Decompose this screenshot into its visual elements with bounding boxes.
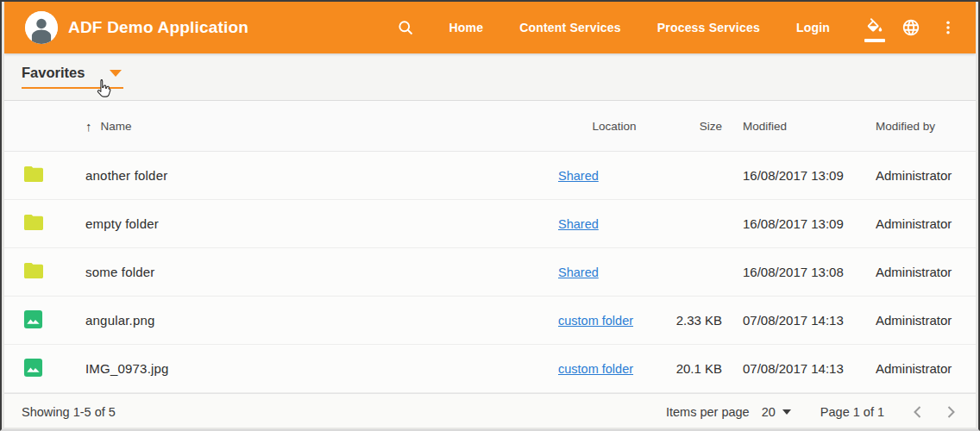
showing-count-label: Showing 1-5 of 5 [22, 405, 116, 419]
column-header-location[interactable]: Location [558, 120, 670, 133]
table-row[interactable]: another folder Shared 16/08/2017 13:09 A… [4, 152, 976, 200]
folder-icon [23, 165, 44, 184]
location-link[interactable]: custom folder [558, 362, 633, 376]
adf-app: ADF Demo Application Home Content Servic… [4, 2, 976, 428]
table-row[interactable]: IMG_0973.jpg custom folder 20.1 KB 07/08… [4, 345, 976, 393]
nav-login[interactable]: Login [778, 12, 848, 43]
location-link[interactable]: custom folder [558, 314, 633, 328]
screenshot-frame: ADF Demo Application Home Content Servic… [0, 0, 980, 431]
location-link[interactable]: Shared [558, 265, 599, 279]
file-name: empty folder [85, 216, 558, 231]
language-icon[interactable] [898, 15, 924, 41]
file-name: another folder [85, 168, 558, 183]
file-size: 2.33 KB [670, 313, 722, 328]
page-indicator: Page 1 of 1 [820, 405, 884, 419]
view-toolbar: Favorites [4, 53, 976, 101]
items-per-page-select[interactable]: 20 [762, 405, 791, 419]
person-icon [25, 11, 58, 44]
color-fill-icon[interactable] [862, 15, 888, 41]
documents-table: ↑ Name Location Size Modified Modified b… [4, 101, 976, 393]
file-name: IMG_0973.jpg [85, 361, 558, 376]
next-page-icon[interactable] [940, 403, 962, 421]
chevron-down-icon [782, 409, 791, 415]
image-icon [23, 309, 43, 329]
table-row[interactable]: empty folder Shared 16/08/2017 13:09 Adm… [4, 200, 976, 248]
modified-by: Administrator [860, 265, 958, 279]
folder-icon [23, 165, 44, 184]
column-header-name[interactable]: ↑ Name [85, 119, 558, 134]
favorites-label: Favorites [22, 65, 85, 81]
column-header-size[interactable]: Size [670, 120, 722, 133]
table-body: another folder Shared 16/08/2017 13:09 A… [4, 152, 976, 393]
location-link[interactable]: Shared [558, 217, 599, 231]
modified-date: 16/08/2017 13:08 [722, 265, 860, 279]
file-name: angular.png [85, 313, 558, 328]
search-icon[interactable] [393, 16, 418, 41]
modified-by: Administrator [860, 168, 958, 183]
table-row[interactable]: angular.png custom folder 2.33 KB 07/08/… [4, 297, 976, 345]
column-header-modified[interactable]: Modified [722, 120, 860, 133]
modified-date: 16/08/2017 13:09 [722, 216, 860, 231]
color-indicator [864, 39, 885, 42]
column-header-modified-by[interactable]: Modified by [860, 120, 958, 133]
modified-by: Administrator [860, 313, 958, 328]
location-link[interactable]: Shared [558, 169, 599, 183]
image-icon [23, 358, 44, 377]
items-per-page-label: Items per page [666, 405, 750, 419]
favorites-dropdown[interactable]: Favorites [22, 65, 123, 89]
table-row[interactable]: some folder Shared 16/08/2017 13:08 Admi… [4, 248, 976, 297]
user-avatar-icon[interactable] [25, 11, 58, 44]
modified-date: 16/08/2017 13:09 [722, 168, 860, 183]
items-per-page-value: 20 [762, 405, 776, 419]
sort-ascending-icon: ↑ [85, 119, 92, 134]
more-vert-icon[interactable] [936, 16, 960, 40]
table-header-row: ↑ Name Location Size Modified Modified b… [4, 101, 976, 152]
nav-home[interactable]: Home [430, 12, 501, 43]
nav-content-services[interactable]: Content Services [501, 12, 639, 43]
folder-icon [23, 213, 44, 232]
folder-icon [23, 261, 44, 280]
image-icon [23, 358, 43, 378]
app-header: ADF Demo Application Home Content Servic… [4, 2, 976, 53]
folder-icon [23, 261, 44, 280]
main-nav: Home Content Services Process Services L… [430, 12, 857, 43]
modified-date: 07/08/2017 14:13 [722, 361, 860, 376]
theme-color-picker [862, 15, 888, 41]
file-name: some folder [85, 265, 558, 279]
nav-process-services[interactable]: Process Services [639, 12, 778, 43]
file-size: 20.1 KB [670, 361, 722, 376]
modified-by: Administrator [860, 361, 958, 376]
previous-page-icon[interactable] [907, 403, 928, 421]
chevron-down-icon [110, 70, 122, 77]
image-icon [23, 309, 44, 328]
pagination-footer: Showing 1-5 of 5 Items per page 20 Page … [4, 393, 976, 428]
folder-icon [23, 213, 44, 232]
header-right: Home Content Services Process Services L… [393, 12, 960, 43]
modified-by: Administrator [860, 216, 958, 231]
modified-date: 07/08/2017 14:13 [722, 313, 860, 328]
app-title: ADF Demo Application [68, 18, 248, 37]
pager-controls: Items per page 20 Page 1 of 1 [666, 403, 962, 421]
